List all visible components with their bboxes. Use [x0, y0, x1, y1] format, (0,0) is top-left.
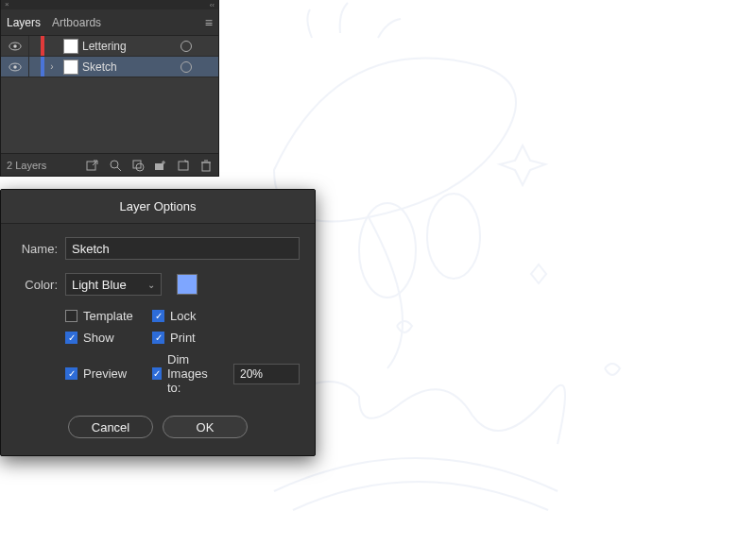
- svg-point-3: [13, 44, 17, 48]
- panel-footer: 2 Layers: [1, 153, 218, 176]
- cancel-button[interactable]: Cancel: [68, 416, 153, 438]
- color-selected-label: Light Blue: [72, 278, 127, 292]
- lock-checkbox[interactable]: ✓ Lock: [152, 309, 300, 323]
- svg-point-5: [13, 65, 17, 69]
- trash-icon[interactable]: [199, 159, 213, 172]
- tab-layers[interactable]: Layers: [7, 16, 41, 29]
- checkbox-icon: ✓: [152, 367, 162, 380]
- template-checkbox[interactable]: Template: [65, 309, 148, 323]
- export-icon[interactable]: [86, 159, 99, 172]
- layer-thumbnail[interactable]: [63, 39, 78, 54]
- layer-row-sketch[interactable]: › Sketch: [1, 57, 218, 77]
- panel-menu-icon[interactable]: ≡: [205, 15, 213, 30]
- chevron-right-icon[interactable]: ›: [44, 61, 60, 72]
- clip-mask-icon[interactable]: [131, 159, 145, 172]
- lock-label: Lock: [170, 309, 196, 323]
- dim-percent-input[interactable]: [233, 364, 300, 384]
- svg-rect-12: [179, 162, 188, 170]
- print-label: Print: [170, 331, 196, 345]
- new-sublayer-icon[interactable]: [154, 159, 167, 172]
- color-field-label: Color:: [16, 278, 58, 292]
- layer-row-lettering[interactable]: Lettering: [1, 36, 218, 57]
- layer-name-label[interactable]: Sketch: [82, 60, 180, 74]
- target-icon[interactable]: [180, 41, 192, 52]
- checkbox-icon: ✓: [152, 332, 164, 344]
- target-icon[interactable]: [180, 61, 192, 73]
- dim-images-label: Dim Images to:: [167, 352, 224, 395]
- layer-options-dialog: Layer Options Name: Color: Light Blue ⌄ …: [0, 189, 316, 456]
- layer-color-bar: [41, 36, 44, 56]
- preview-label: Preview: [83, 366, 127, 381]
- show-checkbox[interactable]: ✓ Show: [65, 331, 148, 345]
- layer-list-empty: [1, 77, 218, 153]
- show-label: Show: [83, 331, 114, 345]
- close-icon[interactable]: ×: [5, 2, 10, 8]
- print-checkbox[interactable]: ✓ Print: [152, 331, 300, 345]
- svg-point-7: [111, 161, 118, 168]
- dialog-title: Layer Options: [1, 190, 315, 224]
- template-label: Template: [83, 309, 133, 323]
- color-select[interactable]: Light Blue ⌄: [65, 273, 162, 296]
- panel-tabs: Layers Artboards ≡: [1, 9, 218, 36]
- layer-count-label: 2 Layers: [7, 160, 46, 171]
- collapse-icon[interactable]: ‹‹: [210, 1, 215, 9]
- name-field-label: Name:: [16, 242, 58, 256]
- svg-line-8: [117, 167, 121, 171]
- layer-thumbnail[interactable]: [63, 60, 78, 75]
- checkbox-icon: ✓: [65, 367, 77, 380]
- tab-artboards[interactable]: Artboards: [52, 16, 101, 29]
- layer-name-label[interactable]: Lettering: [82, 40, 180, 53]
- svg-point-1: [427, 194, 480, 279]
- panel-titlebar[interactable]: × ‹‹: [1, 0, 218, 9]
- dim-images-checkbox[interactable]: ✓ Dim Images to:: [152, 352, 224, 395]
- color-swatch[interactable]: [177, 274, 198, 295]
- svg-point-0: [359, 203, 416, 298]
- name-input[interactable]: [65, 237, 300, 260]
- checkbox-icon: [65, 310, 77, 322]
- preview-checkbox[interactable]: ✓ Preview: [65, 352, 148, 395]
- ok-button[interactable]: OK: [163, 416, 248, 438]
- chevron-down-icon: ⌄: [147, 280, 155, 290]
- search-icon[interactable]: [109, 159, 122, 172]
- svg-rect-11: [155, 163, 163, 170]
- new-layer-icon[interactable]: [177, 159, 190, 172]
- checkbox-icon: ✓: [152, 310, 164, 322]
- visibility-icon[interactable]: [9, 42, 22, 51]
- svg-point-10: [136, 163, 144, 171]
- checkbox-icon: ✓: [65, 332, 77, 344]
- svg-rect-6: [87, 162, 95, 170]
- visibility-icon[interactable]: [9, 62, 22, 72]
- layers-panel: × ‹‹ Layers Artboards ≡ Lettering ›: [0, 0, 219, 177]
- svg-rect-13: [202, 162, 210, 171]
- layer-list: Lettering › Sketch: [1, 36, 218, 153]
